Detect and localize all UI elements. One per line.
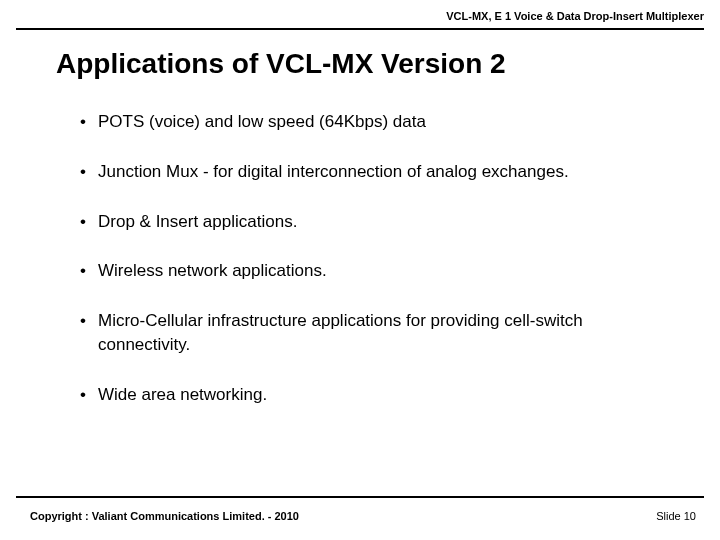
list-item: Micro-Cellular infrastructure applicatio… — [80, 309, 670, 357]
divider-bottom — [16, 496, 704, 498]
divider-top — [16, 28, 704, 30]
header-product: VCL-MX, E 1 Voice & Data Drop-Insert Mul… — [16, 10, 704, 22]
page-title: Applications of VCL-MX Version 2 — [56, 48, 680, 80]
list-item: Drop & Insert applications. — [80, 210, 670, 234]
list-item: POTS (voice) and low speed (64Kbps) data — [80, 110, 670, 134]
footer-slide-number: Slide 10 — [656, 510, 696, 522]
list-item: Wide area networking. — [80, 383, 670, 407]
list-item: Junction Mux - for digital interconnecti… — [80, 160, 670, 184]
list-item: Wireless network applications. — [80, 259, 670, 283]
bullet-list: POTS (voice) and low speed (64Kbps) data… — [80, 110, 670, 433]
footer-copyright: Copyright : Valiant Communications Limit… — [30, 510, 299, 522]
